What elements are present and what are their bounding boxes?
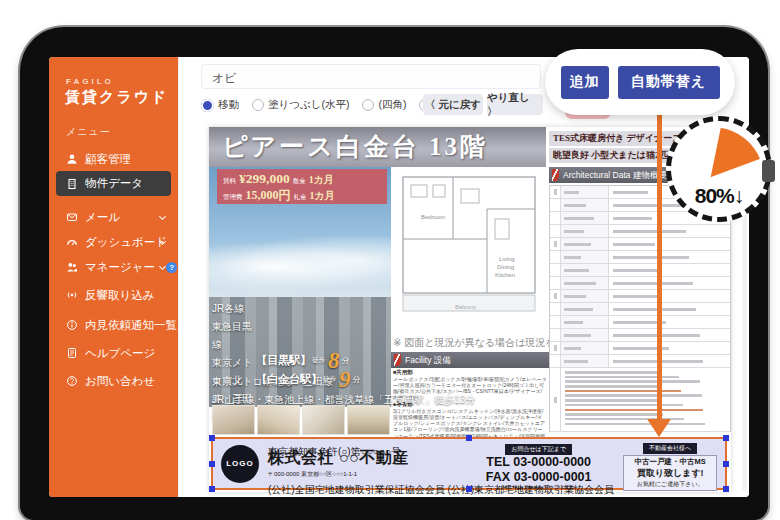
sidebar-item-dashboard[interactable]: ダッシュボード	[49, 232, 178, 252]
realtor-badge: 不動産会社様へ	[643, 443, 697, 454]
people-icon	[66, 261, 78, 273]
table-row	[550, 277, 730, 290]
sidebar-item-help-page[interactable]: ヘルプページ	[49, 343, 178, 363]
table-row	[550, 316, 730, 329]
radio-label: 移動	[218, 98, 239, 112]
svg-text:Bedroom: Bedroom	[421, 214, 445, 220]
sidebar-item-label: ヘルプページ	[85, 346, 155, 361]
svg-text:Kitchen: Kitchen	[495, 272, 515, 278]
sidebar-item-contact[interactable]: お問い合わせ	[49, 371, 178, 391]
selection-handle[interactable]	[723, 486, 729, 492]
floor-plan: Bedroom Living Dining Kitchen Balcony	[391, 169, 549, 331]
mgmt-fee-label: 管理費	[223, 193, 243, 202]
sidebar-item-customers[interactable]: 顧客管理	[49, 149, 178, 169]
redo-button[interactable]: やり直し 〉	[487, 94, 543, 115]
interior-photo	[347, 405, 390, 435]
walk-minutes: 8	[328, 354, 340, 368]
table-row	[550, 329, 730, 342]
broadcast-icon	[66, 289, 78, 301]
interior-photo-strip	[212, 405, 390, 435]
brand-logo-small: FAGILO	[66, 77, 114, 86]
homepage-url: HP http://www.○○○○○.co.jp	[463, 484, 614, 490]
selection-handle[interactable]	[209, 435, 215, 441]
station-name: 【目黒駅】	[256, 353, 311, 368]
station-note: JR山手線・東急池上線・都営浅草線「五反田駅」徒歩13分	[212, 394, 475, 405]
company-band-selected[interactable]: LOGO 東京都知事免許(○)第○○○○○号 株式会社 ○○不動産 〒000-0…	[211, 437, 727, 490]
contact-badge: お問合せは下記まで	[505, 444, 572, 455]
table-row	[550, 264, 730, 277]
sidebar-item-label: 物件データ	[85, 176, 143, 191]
radio-label: 塗りつぶし(水平)	[268, 98, 349, 112]
sidebar-item-label: ダッシュボード	[85, 235, 167, 250]
sidebar-item-response-import[interactable]: 反響取り込み	[49, 285, 178, 305]
sidebar-item-label: メール	[85, 210, 120, 225]
selection-handle[interactable]	[209, 461, 215, 467]
info-icon	[66, 319, 78, 331]
selection-handle[interactable]	[466, 435, 472, 441]
question-icon	[66, 375, 78, 387]
reduction-badge: 80%↓	[666, 116, 772, 222]
sidebar-item-manager[interactable]: マネージャー ?	[49, 257, 178, 277]
key-money-value: 1カ月	[310, 189, 335, 203]
sidebar-item-label: 内見依頼通知一覧	[85, 318, 177, 333]
chevron-down-icon	[159, 213, 166, 220]
table-row	[550, 225, 730, 238]
property-flyer: ピアース白金台 13階 賃料 ¥299,000 敷金 1カ月 管理費 15,00…	[209, 127, 731, 492]
key-money-label: 礼金	[294, 193, 307, 202]
table-row	[550, 303, 730, 316]
svg-text:Dining: Dining	[497, 264, 514, 270]
reduction-percent-label: 80%↓	[671, 184, 767, 208]
building-icon	[66, 178, 78, 190]
realtor-notice: 不動産会社様へ 中古一戸建・中古MS 買取り致します! お気軽にご連絡下さい。	[623, 436, 717, 491]
selection-handle[interactable]	[723, 461, 729, 467]
sidebar-item-label: お問い合わせ	[85, 374, 155, 389]
app-screen: FAGILO 賃貸クラウド メニュー 顧客管理 物件データ メール ダッシュボー…	[49, 57, 749, 497]
radio-move[interactable]: 移動	[201, 98, 239, 112]
sidebar-item-viewing-requests[interactable]: 内見依頼通知一覧	[49, 315, 178, 335]
add-button[interactable]: 追加	[561, 66, 609, 99]
facility-header: Facility 設備	[391, 352, 549, 368]
user-icon	[66, 153, 78, 165]
undo-button[interactable]: 〈 元に戻す	[423, 94, 483, 115]
sidebar: FAGILO 賃貸クラウド メニュー 顧客管理 物件データ メール ダッシュボー…	[49, 57, 178, 497]
floor-plan-drawing: Bedroom Living Dining Kitchen Balcony	[391, 169, 549, 331]
station-row: JR各線 東急目黒線東京メトロ南北線・三田線 【目黒駅】 徒歩 8 分	[212, 351, 390, 370]
selection-handle[interactable]	[466, 486, 472, 492]
sidebar-item-label: 反響取り込み	[85, 288, 155, 303]
table-row	[550, 290, 730, 303]
selection-handle[interactable]	[723, 435, 729, 441]
selection-handle[interactable]	[209, 486, 215, 492]
tablet-power-button[interactable]	[762, 160, 775, 182]
brand-logo: 賃貸クラウド	[65, 88, 168, 107]
sidebar-item-mail[interactable]: メール	[49, 207, 178, 227]
rent-label: 賃料	[223, 177, 236, 186]
radio-dot-icon	[201, 99, 214, 112]
deposit-label: 敷金	[293, 177, 306, 186]
action-callout: 追加 自動帯替え	[545, 49, 735, 115]
sidebar-item-label: 顧客管理	[85, 152, 131, 167]
table-row	[550, 251, 730, 264]
interior-photo	[302, 405, 345, 435]
company-info: 東京都知事免許(○)第○○○○○号 株式会社 ○○不動産 〒000-0000 東…	[268, 441, 454, 486]
interior-photo	[212, 405, 255, 435]
radio-fill-horizontal[interactable]: 塗りつぶし(水平)	[252, 98, 349, 112]
band-name-input[interactable]: オビ	[201, 64, 541, 89]
mgmt-fee-value: 15,000円	[246, 187, 291, 204]
radio-fill-rect[interactable]: (四角)	[362, 98, 406, 112]
common-area-label: ■共用部	[393, 369, 413, 375]
station-row: 東京メトロ南北線・三田線 【白金台駅】 徒歩 9 分	[212, 370, 390, 389]
company-logo: LOGO	[221, 445, 259, 483]
company-name: 株式会社 ○○不動産	[268, 448, 454, 469]
help-badge[interactable]: ?	[166, 262, 177, 273]
sidebar-item-property-data[interactable]: 物件データ	[56, 171, 171, 196]
tel-number: TEL 03-0000-0000	[463, 455, 614, 469]
station-access: JR各線 東急目黒線東京メトロ南北線・三田線 【目黒駅】 徒歩 8 分 東京メト…	[212, 351, 390, 399]
auto-band-replace-button[interactable]: 自動帯替え	[618, 66, 720, 99]
svg-text:Balcony: Balcony	[455, 304, 476, 310]
rent-value: ¥299,000	[239, 171, 290, 187]
table-row	[550, 342, 730, 355]
walk-minutes: 9	[339, 373, 351, 387]
screenshot-stage: FAGILO 賃貸クラウド メニュー 顧客管理 物件データ メール ダッシュボー…	[0, 0, 780, 520]
company-address: 〒000-0000 東京都○○区○○○1-1-1	[268, 470, 454, 479]
radio-dot-icon	[362, 99, 374, 111]
